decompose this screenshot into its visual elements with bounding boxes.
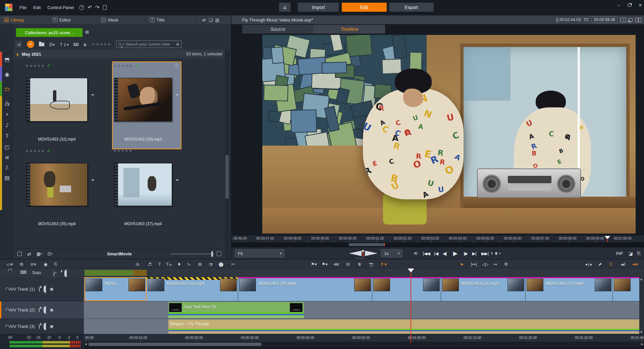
track-header-1[interactable]: A/V Track (1)▣ bbox=[0, 277, 84, 301]
speed-icon[interactable]: ◔ bbox=[207, 260, 214, 268]
next-frame-button[interactable]: |▶ bbox=[462, 249, 470, 258]
crop-icon[interactable]: ⎘ bbox=[635, 249, 643, 258]
rail-transitions-icon[interactable]: ◰ bbox=[3, 142, 11, 151]
search-input[interactable]: ▾ Search your current view ⊗ bbox=[116, 41, 182, 48]
timeline-clip[interactable]: MOV51453 (31).mp4 bbox=[441, 277, 526, 301]
add-collection-icon[interactable]: ⊞ bbox=[85, 30, 89, 35]
auto-scroll-icon[interactable]: ➜▾ bbox=[630, 260, 640, 268]
jump-end-button[interactable]: ▶▶| bbox=[480, 249, 490, 258]
grid-view-icon[interactable]: ▦▾ bbox=[37, 251, 42, 256]
scroll-left-icon[interactable]: ◀ bbox=[85, 342, 87, 346]
menu-edit[interactable]: Edit bbox=[30, 0, 44, 15]
zoom-fit-select[interactable]: Fit▾ bbox=[235, 249, 284, 257]
track-speaker-icon[interactable] bbox=[44, 287, 46, 292]
timeline-h-scrollbar[interactable]: ◀ ▶ bbox=[84, 342, 644, 347]
rail-titles-icon[interactable]: T bbox=[3, 132, 11, 140]
splitter-handle[interactable]: •••••• bbox=[356, 257, 365, 260]
jump-start-button[interactable]: |◀◀ bbox=[421, 249, 431, 258]
pip-grid-icon[interactable]: ◪ bbox=[627, 249, 635, 258]
solo-label[interactable]: Solo bbox=[32, 270, 41, 275]
track-header-2[interactable]: A/V Track (2)▣ bbox=[0, 301, 84, 319]
collections-button[interactable]: Collections: ps25 scree... bbox=[16, 28, 83, 37]
timeline-clip[interactable]: MOV51453 (37).mp4 bbox=[526, 277, 613, 301]
menu-file[interactable]: File bbox=[16, 0, 30, 15]
timeline-clip[interactable]: MOV51453 (35).mp4 bbox=[238, 277, 372, 301]
track-fx-icon[interactable]: ▣ bbox=[50, 324, 53, 329]
media-thumbnail[interactable] bbox=[26, 163, 88, 206]
snapshot-icon[interactable]: 📷 bbox=[368, 260, 375, 268]
copy-view-icon[interactable] bbox=[629, 18, 633, 22]
rail-layers-icon[interactable]: ≋ bbox=[3, 153, 11, 162]
track-eye-icon[interactable] bbox=[39, 308, 40, 312]
stretch-mode-icon[interactable]: ⧉ bbox=[502, 260, 510, 268]
track-lane-1[interactable]: MOV5...MOV51453 (33).mp4MOV51453 (35).mp… bbox=[84, 277, 644, 301]
item-rating[interactable]: ★★★★★✓ bbox=[113, 63, 139, 68]
rail-scorefitter-icon[interactable]: ℰ bbox=[3, 163, 11, 172]
close-button[interactable]: ✕ bbox=[635, 0, 644, 10]
markers-list-icon[interactable]: ≡▾ bbox=[29, 260, 38, 268]
track-lane-3[interactable]: Stingers - Fly Through bbox=[84, 319, 644, 334]
undo-icon[interactable]: ↶ bbox=[86, 0, 94, 15]
title-clip[interactable]: LIFE BALANCEDLIFE BALANCEDYour Text Here… bbox=[168, 302, 304, 318]
scorefitter-icon[interactable]: ♬ bbox=[146, 260, 153, 268]
tab-timeline[interactable]: Timeline bbox=[314, 25, 385, 34]
send-to-icon[interactable]: ⬈ bbox=[596, 260, 604, 268]
timecode-field[interactable]: 00:00:59.08 bbox=[592, 17, 618, 23]
help-icon[interactable]: ? bbox=[79, 5, 84, 10]
3d-filter-button[interactable]: 3D bbox=[73, 42, 79, 47]
dual-view-icon[interactable] bbox=[635, 18, 641, 22]
subtitle-tool-icon[interactable]: T₃₀ bbox=[165, 260, 173, 268]
play-button[interactable]: ▶ bbox=[450, 249, 460, 258]
volume-button[interactable]: ▾ bbox=[492, 249, 503, 258]
timeline-clip[interactable]: MOV51453 (33).mp4 bbox=[147, 277, 238, 301]
ball-icon[interactable]: ⬤ bbox=[218, 260, 224, 268]
track-fx-icon[interactable]: ▣ bbox=[50, 308, 53, 312]
rail-palette-icon[interactable]: ▤ bbox=[3, 173, 11, 182]
tab-library[interactable]: ▤Library bbox=[0, 15, 49, 24]
filter-checked-icon[interactable]: ✓ bbox=[27, 41, 34, 48]
preview-scrollbar[interactable] bbox=[231, 242, 644, 247]
rating-stars[interactable]: ★★★★★ bbox=[25, 149, 45, 153]
clip-marker-icon[interactable]: 🖈▾ bbox=[378, 260, 388, 268]
trim-mode-icon[interactable]: |↔| bbox=[469, 260, 479, 268]
select-mode-icon[interactable]: ➤ bbox=[458, 260, 466, 268]
rail-montage-icon[interactable]: ⚡ bbox=[3, 110, 11, 119]
pip-button[interactable]: PiP bbox=[614, 249, 625, 258]
item-rating[interactable]: ★★★★★✓ bbox=[25, 63, 51, 68]
scroll-up-icon[interactable]: ▲ bbox=[640, 278, 642, 281]
rating-filter-stars[interactable]: ★★★★★ bbox=[92, 42, 111, 47]
tab-mask[interactable]: ○Mask bbox=[97, 15, 146, 24]
preview-scroll-thumb[interactable] bbox=[349, 243, 385, 246]
timeline-v-scrollbar[interactable]: ▲ ▼ bbox=[639, 277, 644, 334]
thumbnail-size-icon[interactable] bbox=[217, 251, 221, 256]
list-mode-icon[interactable]: ☰▾ bbox=[47, 251, 53, 256]
zoom-slider-handle[interactable] bbox=[211, 251, 213, 257]
playback-speed-select[interactable]: 1x▾ bbox=[381, 249, 402, 257]
sync-panel-icon[interactable]: ⇄ bbox=[202, 17, 206, 22]
multicam-icon[interactable]: ⊞ bbox=[197, 260, 203, 268]
clear-search-icon[interactable]: ⊗ bbox=[176, 42, 179, 47]
restore-button[interactable] bbox=[625, 0, 635, 10]
slide-mode-icon[interactable]: ↔ bbox=[492, 260, 499, 268]
back-icon[interactable]: ◀ bbox=[15, 41, 22, 48]
popout-icon[interactable]: ↗ bbox=[620, 18, 626, 22]
track-header-3[interactable]: A/V Track (3)▣ bbox=[0, 319, 84, 334]
timeline-playhead-handle[interactable] bbox=[408, 268, 414, 272]
shuttle-jog-control[interactable] bbox=[349, 250, 378, 257]
rail-projects-icon[interactable]: ◉ bbox=[3, 70, 11, 79]
timeline-ruler[interactable]: 00.0000:00:10.0000:00:20.0000:00:30.0000… bbox=[84, 334, 644, 342]
edit-mode-button[interactable]: Edit bbox=[342, 3, 387, 12]
library-scrollbar[interactable] bbox=[225, 50, 229, 259]
rating-stars[interactable]: ★★★★★ bbox=[25, 63, 45, 68]
timeline-clip[interactable] bbox=[372, 277, 441, 301]
track-manager-icon[interactable]: ▭▾ bbox=[5, 260, 15, 268]
slip-mode-icon[interactable]: ◁▷ bbox=[481, 260, 490, 268]
home-button[interactable]: ⌂ bbox=[279, 3, 290, 12]
overwrite-icon[interactable]: ⊟ bbox=[344, 260, 352, 268]
info-icon[interactable]: ⓘ bbox=[175, 63, 178, 68]
timeline-clip[interactable] bbox=[613, 277, 643, 301]
razor-icon[interactable]: ⋘ bbox=[333, 260, 340, 268]
scroll-down-icon[interactable]: ▼ bbox=[640, 331, 642, 334]
split-panel-icon[interactable]: ▥ bbox=[215, 17, 219, 22]
track-eye-icon[interactable] bbox=[39, 324, 40, 329]
